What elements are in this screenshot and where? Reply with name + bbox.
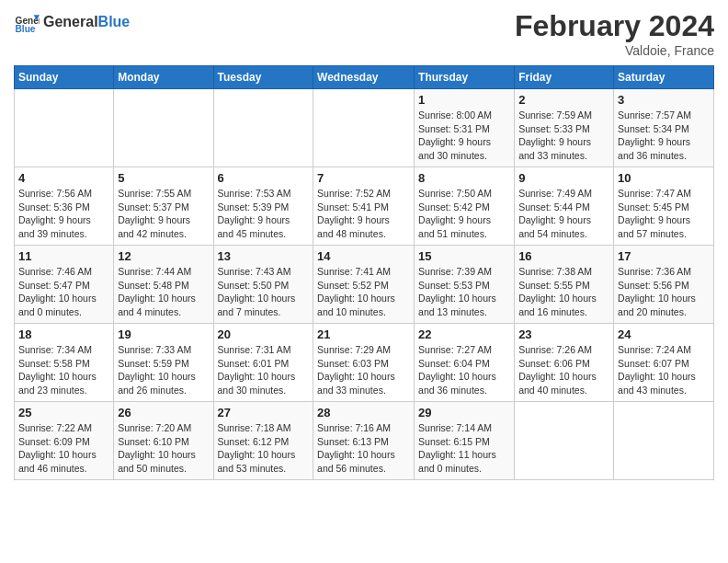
day-cell: [114, 89, 213, 167]
day-number: 11: [18, 249, 109, 263]
day-number: 5: [118, 171, 209, 185]
day-cell: [213, 89, 313, 167]
day-info: Sunrise: 7:33 AM Sunset: 5:59 PM Dayligh…: [118, 343, 209, 397]
day-cell: 11Sunrise: 7:46 AM Sunset: 5:47 PM Dayli…: [15, 246, 114, 324]
day-cell: [515, 402, 614, 480]
day-info: Sunrise: 8:00 AM Sunset: 5:31 PM Dayligh…: [418, 109, 510, 163]
day-number: 13: [218, 249, 310, 263]
day-info: Sunrise: 7:22 AM Sunset: 6:09 PM Dayligh…: [18, 421, 109, 476]
week-row-0: 1Sunrise: 8:00 AM Sunset: 5:31 PM Daylig…: [15, 89, 714, 167]
day-number: 24: [618, 327, 710, 341]
day-cell: 13Sunrise: 7:43 AM Sunset: 5:50 PM Dayli…: [213, 246, 313, 324]
day-number: 15: [418, 249, 510, 263]
day-number: 6: [218, 171, 310, 185]
day-number: 27: [218, 406, 310, 419]
week-row-3: 18Sunrise: 7:34 AM Sunset: 5:58 PM Dayli…: [15, 324, 714, 402]
day-cell: 18Sunrise: 7:34 AM Sunset: 5:58 PM Dayli…: [15, 324, 114, 402]
day-info: Sunrise: 7:57 AM Sunset: 5:34 PM Dayligh…: [618, 109, 710, 163]
day-info: Sunrise: 7:14 AM Sunset: 6:15 PM Dayligh…: [418, 421, 510, 476]
day-cell: 2Sunrise: 7:59 AM Sunset: 5:33 PM Daylig…: [515, 89, 614, 167]
day-cell: 1Sunrise: 8:00 AM Sunset: 5:31 PM Daylig…: [415, 89, 515, 167]
day-cell: 6Sunrise: 7:53 AM Sunset: 5:39 PM Daylig…: [213, 167, 313, 246]
column-header-friday: Friday: [515, 66, 614, 89]
day-number: 14: [317, 249, 410, 263]
calendar-body: 1Sunrise: 8:00 AM Sunset: 5:31 PM Daylig…: [15, 89, 714, 480]
day-info: Sunrise: 7:55 AM Sunset: 5:37 PM Dayligh…: [118, 187, 209, 241]
day-cell: 21Sunrise: 7:29 AM Sunset: 6:03 PM Dayli…: [313, 324, 415, 402]
column-header-monday: Monday: [114, 66, 213, 89]
logo: General Blue GeneralBlue: [14, 9, 130, 35]
day-info: Sunrise: 7:44 AM Sunset: 5:48 PM Dayligh…: [118, 265, 209, 319]
day-info: Sunrise: 7:41 AM Sunset: 5:52 PM Dayligh…: [317, 265, 410, 319]
day-number: 21: [317, 327, 410, 341]
calendar-header: SundayMondayTuesdayWednesdayThursdayFrid…: [15, 66, 714, 89]
day-number: 25: [18, 406, 109, 419]
day-info: Sunrise: 7:52 AM Sunset: 5:41 PM Dayligh…: [317, 187, 410, 241]
day-cell: 19Sunrise: 7:33 AM Sunset: 5:59 PM Dayli…: [114, 324, 213, 402]
column-header-thursday: Thursday: [415, 66, 515, 89]
day-number: 7: [317, 171, 410, 185]
day-number: 19: [118, 327, 209, 341]
week-row-4: 25Sunrise: 7:22 AM Sunset: 6:09 PM Dayli…: [15, 402, 714, 480]
day-info: Sunrise: 7:29 AM Sunset: 6:03 PM Dayligh…: [317, 343, 410, 397]
day-number: 18: [18, 327, 109, 341]
day-cell: 25Sunrise: 7:22 AM Sunset: 6:09 PM Dayli…: [15, 402, 114, 480]
day-cell: 5Sunrise: 7:55 AM Sunset: 5:37 PM Daylig…: [114, 167, 213, 246]
logo-general: General: [43, 14, 98, 29]
column-header-tuesday: Tuesday: [213, 66, 313, 89]
day-cell: [614, 402, 714, 480]
svg-text:Blue: Blue: [16, 24, 36, 34]
day-info: Sunrise: 7:27 AM Sunset: 6:04 PM Dayligh…: [418, 343, 510, 397]
day-number: 2: [518, 93, 609, 107]
calendar-subtitle: Valdoie, France: [515, 43, 714, 58]
day-number: 20: [218, 327, 310, 341]
day-cell: 20Sunrise: 7:31 AM Sunset: 6:01 PM Dayli…: [213, 324, 313, 402]
day-info: Sunrise: 7:49 AM Sunset: 5:44 PM Dayligh…: [518, 187, 609, 241]
logo-icon: General Blue: [14, 9, 40, 35]
day-info: Sunrise: 7:36 AM Sunset: 5:56 PM Dayligh…: [618, 265, 710, 319]
day-cell: 29Sunrise: 7:14 AM Sunset: 6:15 PM Dayli…: [415, 402, 515, 480]
day-cell: [15, 89, 114, 167]
day-cell: 10Sunrise: 7:47 AM Sunset: 5:45 PM Dayli…: [614, 167, 714, 246]
day-cell: 23Sunrise: 7:26 AM Sunset: 6:06 PM Dayli…: [515, 324, 614, 402]
day-info: Sunrise: 7:18 AM Sunset: 6:12 PM Dayligh…: [218, 421, 310, 476]
day-number: 4: [18, 171, 109, 185]
day-cell: 27Sunrise: 7:18 AM Sunset: 6:12 PM Dayli…: [213, 402, 313, 480]
day-cell: 4Sunrise: 7:56 AM Sunset: 5:36 PM Daylig…: [15, 167, 114, 246]
day-cell: 12Sunrise: 7:44 AM Sunset: 5:48 PM Dayli…: [114, 246, 213, 324]
day-number: 17: [618, 249, 710, 263]
day-number: 22: [418, 327, 510, 341]
day-number: 23: [518, 327, 609, 341]
day-info: Sunrise: 7:24 AM Sunset: 6:07 PM Dayligh…: [618, 343, 710, 397]
day-cell: [313, 89, 415, 167]
day-info: Sunrise: 7:31 AM Sunset: 6:01 PM Dayligh…: [218, 343, 310, 397]
calendar-title: February 2024: [515, 9, 714, 43]
day-cell: 16Sunrise: 7:38 AM Sunset: 5:55 PM Dayli…: [515, 246, 614, 324]
week-row-2: 11Sunrise: 7:46 AM Sunset: 5:47 PM Dayli…: [15, 246, 714, 324]
day-info: Sunrise: 7:53 AM Sunset: 5:39 PM Dayligh…: [218, 187, 310, 241]
day-number: 8: [418, 171, 510, 185]
day-cell: 17Sunrise: 7:36 AM Sunset: 5:56 PM Dayli…: [614, 246, 714, 324]
header-row: SundayMondayTuesdayWednesdayThursdayFrid…: [15, 66, 714, 89]
day-info: Sunrise: 7:46 AM Sunset: 5:47 PM Dayligh…: [18, 265, 109, 319]
day-cell: 28Sunrise: 7:16 AM Sunset: 6:13 PM Dayli…: [313, 402, 415, 480]
day-info: Sunrise: 7:39 AM Sunset: 5:53 PM Dayligh…: [418, 265, 510, 319]
day-info: Sunrise: 7:16 AM Sunset: 6:13 PM Dayligh…: [317, 421, 410, 476]
header: General Blue GeneralBlue February 2024 V…: [14, 9, 714, 58]
day-number: 28: [317, 406, 410, 419]
day-info: Sunrise: 7:26 AM Sunset: 6:06 PM Dayligh…: [518, 343, 609, 397]
day-info: Sunrise: 7:20 AM Sunset: 6:10 PM Dayligh…: [118, 421, 209, 476]
column-header-wednesday: Wednesday: [313, 66, 415, 89]
day-cell: 9Sunrise: 7:49 AM Sunset: 5:44 PM Daylig…: [515, 167, 614, 246]
calendar-table: SundayMondayTuesdayWednesdayThursdayFrid…: [14, 65, 714, 480]
day-number: 3: [618, 93, 710, 107]
day-cell: 24Sunrise: 7:24 AM Sunset: 6:07 PM Dayli…: [614, 324, 714, 402]
logo-blue: Blue: [98, 14, 131, 29]
day-cell: 8Sunrise: 7:50 AM Sunset: 5:42 PM Daylig…: [415, 167, 515, 246]
day-number: 12: [118, 249, 209, 263]
day-info: Sunrise: 7:59 AM Sunset: 5:33 PM Dayligh…: [518, 109, 609, 163]
day-cell: 3Sunrise: 7:57 AM Sunset: 5:34 PM Daylig…: [614, 89, 714, 167]
day-number: 16: [518, 249, 609, 263]
day-info: Sunrise: 7:47 AM Sunset: 5:45 PM Dayligh…: [618, 187, 710, 241]
day-cell: 15Sunrise: 7:39 AM Sunset: 5:53 PM Dayli…: [415, 246, 515, 324]
